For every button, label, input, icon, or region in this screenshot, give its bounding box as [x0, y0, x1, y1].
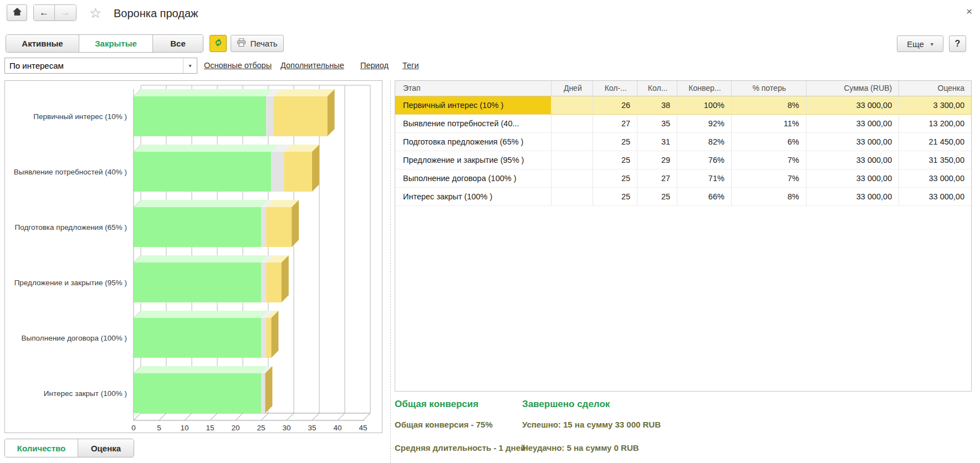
table-cell: 33 000,00 [899, 169, 971, 187]
table-cell [552, 188, 593, 205]
yellow-segment [266, 318, 271, 358]
more-button[interactable]: Еще ▾ [897, 35, 943, 52]
chart-axis-tick: 10 [180, 424, 188, 432]
chart-category-label: Предложение и закрытие (95% ) [14, 279, 127, 287]
chart-mode-tabs: Количество Оценка [4, 439, 134, 457]
column-header-4[interactable]: Конвер... [677, 81, 732, 96]
help-label: ? [955, 39, 961, 49]
link-additional-filters[interactable]: Дополнительные [280, 61, 344, 70]
print-button[interactable]: Печать [231, 35, 284, 52]
forward-button[interactable]: → [55, 5, 76, 20]
chart-category-label: Выполнение договора (100% ) [22, 334, 127, 342]
table-cell: 25 [593, 151, 637, 169]
closed-deals-failed: Неудачно: 5 на сумму 0 RUB [522, 443, 639, 452]
bar-side-face [271, 311, 278, 358]
more-label: Еще [907, 39, 924, 49]
favorite-star-icon[interactable]: ☆ [89, 6, 101, 20]
chart-axis-tick: 5 [157, 424, 161, 432]
table-row[interactable]: Предложение и закрытие (95% )252976%7%33… [395, 151, 971, 169]
table-cell: 8% [732, 188, 807, 205]
back-button[interactable]: ← [34, 5, 55, 20]
funnel-chart-panel: 051015202530354045Первичный интерес (10%… [4, 80, 382, 433]
table-row[interactable]: Первичный интерес (10% )2638100%8%33 000… [395, 96, 971, 115]
overall-conversion-value: Общая конверсия - 75% [395, 420, 493, 429]
home-button[interactable] [7, 4, 27, 21]
chevron-down-icon: ▾ [931, 41, 933, 47]
stages-table: ЭтапДнейКол-...Кол...Конвер...% потерьСу… [395, 80, 972, 392]
green-segment [134, 96, 266, 136]
table-row[interactable]: Подготовка предложения (65% )253182%6%33… [395, 133, 971, 151]
table-cell: 29 [637, 151, 677, 169]
link-period[interactable]: Период [360, 61, 389, 70]
green-segment-top [134, 89, 273, 96]
deal-state-tabs: Активные Закрытые Все [6, 34, 203, 53]
chart-axis-tick: 15 [206, 424, 214, 432]
gray-segment [261, 373, 265, 413]
bar-side-face [282, 255, 289, 302]
tab-aktivnye[interactable]: Активные [6, 35, 79, 52]
stages-table-body: Первичный интерес (10% )2638100%8%33 000… [395, 96, 971, 206]
overall-conversion-title: Общая конверсия [395, 399, 478, 410]
grouping-combobox[interactable]: По интересам ▾ [4, 58, 197, 74]
close-icon[interactable]: × [966, 6, 972, 17]
bar-side-face [292, 200, 299, 247]
refresh-icon [213, 38, 223, 49]
table-cell [552, 169, 593, 187]
table-cell: 25 [593, 133, 637, 151]
yellow-segment [266, 207, 292, 247]
chart-axis-tick: 35 [308, 424, 316, 432]
gray-segment [261, 207, 266, 247]
green-segment [134, 263, 261, 302]
table-cell [552, 115, 593, 132]
table-cell: Подготовка предложения (65% ) [395, 133, 552, 151]
tab-ocenka[interactable]: Оценка [78, 439, 134, 457]
column-header-2[interactable]: Кол-... [593, 81, 637, 96]
table-cell: 92% [677, 115, 732, 132]
table-cell [552, 133, 593, 151]
column-header-6[interactable]: Сумма (RUB) [807, 81, 900, 96]
refresh-button[interactable] [210, 35, 227, 52]
table-cell: 33 000,00 [807, 188, 900, 205]
tab-kolichestvo[interactable]: Количество [5, 439, 78, 457]
table-cell: 66% [677, 188, 732, 205]
column-header-7[interactable]: Оценка [899, 81, 971, 96]
yellow-segment-top [274, 89, 335, 96]
sales-funnel-window: { "window": { "title": "Воронка продаж" … [0, 0, 980, 463]
chart-axis-tick: 30 [282, 424, 290, 432]
column-header-5[interactable]: % потерь [732, 81, 807, 96]
table-cell [552, 151, 593, 169]
chart-axis-tick: 0 [131, 424, 136, 432]
column-header-0[interactable]: Этап [395, 81, 552, 96]
table-cell: Предложение и закрытие (95% ) [395, 151, 552, 169]
link-tags[interactable]: Теги [402, 61, 419, 70]
closed-deals-success: Успешно: 15 на сумму 33 000 RUB [522, 420, 661, 429]
column-header-1[interactable]: Дней [552, 81, 593, 96]
table-cell: Интерес закрыт (100% ) [395, 188, 552, 205]
chart-category-label: Выявление потребностей (40% ) [14, 168, 127, 176]
table-cell: 3 300,00 [899, 96, 971, 114]
table-cell: 33 000,00 [807, 169, 900, 187]
table-cell: 8% [732, 96, 807, 114]
table-cell: 33 000,00 [807, 133, 900, 151]
chart-category-label: Первичный интерес (10% ) [33, 112, 127, 121]
table-row[interactable]: Интерес закрыт (100% )252566%8%33 000,00… [395, 188, 971, 206]
column-header-3[interactable]: Кол... [637, 81, 677, 96]
table-cell: 7% [732, 169, 807, 187]
chart-category-label: Подготовка предложения (65% ) [15, 223, 127, 232]
table-row[interactable]: Выявление потребностей (40...273592%11%3… [395, 115, 971, 133]
closed-deals-title: Завершено сделок [522, 399, 610, 410]
tab-vse[interactable]: Все [153, 35, 203, 52]
table-cell: 82% [677, 133, 732, 151]
table-cell: 25 [637, 188, 677, 205]
table-cell: 7% [732, 151, 807, 169]
tab-zakrytye[interactable]: Закрытые [79, 35, 153, 52]
table-cell: 27 [637, 169, 677, 187]
panel-splitter[interactable] [390, 80, 391, 463]
gray-segment [261, 263, 266, 302]
bar-side-face [312, 145, 319, 192]
table-cell: 27 [593, 115, 637, 132]
page-title: Воронка продаж [114, 7, 198, 20]
link-main-filters[interactable]: Основные отборы [204, 61, 272, 70]
help-button[interactable]: ? [949, 35, 966, 52]
table-row[interactable]: Выполнение договора (100% )252771%7%33 0… [395, 169, 971, 188]
